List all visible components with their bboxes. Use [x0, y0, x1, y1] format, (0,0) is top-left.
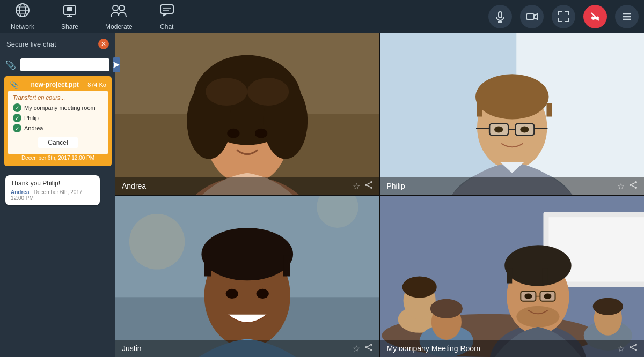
svg-point-32	[206, 78, 247, 106]
svg-point-105	[635, 349, 637, 351]
svg-point-99	[430, 299, 462, 318]
end-call-button[interactable]	[583, 5, 607, 28]
svg-point-36	[370, 181, 372, 183]
toolbar-item-chat[interactable]: Chat	[154, 3, 180, 31]
svg-point-103	[635, 344, 637, 346]
transfer-recipient-philip: Philip	[24, 115, 39, 121]
transfer-item-andrea: ✓ Andrea	[13, 124, 103, 132]
svg-line-77	[367, 348, 370, 349]
star-button-andrea[interactable]: ☆	[353, 181, 360, 191]
video-grid: Andrea ☆	[115, 33, 644, 357]
toolbar-share-label: Share	[61, 23, 78, 31]
moderate-icon	[110, 3, 127, 21]
video-actions-meeting-room: ☆	[617, 343, 638, 354]
video-actions-justin: ☆	[353, 343, 373, 354]
main-content: Secure live chat ✕ 📎 📎 new-project.ppt 8…	[0, 33, 644, 357]
toolbar-item-network[interactable]: Network	[5, 3, 40, 31]
toolbar-item-moderate[interactable]: Moderate	[100, 3, 138, 31]
svg-point-104	[630, 346, 632, 348]
svg-rect-6	[67, 7, 72, 11]
svg-line-59	[632, 183, 635, 184]
svg-point-9	[113, 5, 118, 11]
share-button-justin[interactable]	[364, 343, 373, 354]
svg-rect-14	[499, 12, 502, 18]
svg-point-33	[247, 78, 289, 106]
svg-rect-17	[526, 14, 534, 19]
chat-send-button[interactable]	[113, 57, 120, 72]
menu-button[interactable]	[615, 5, 639, 28]
svg-point-54	[494, 127, 503, 133]
file-size: 874 Ko	[87, 81, 106, 88]
star-button-philip[interactable]: ☆	[617, 181, 625, 191]
svg-point-96	[544, 294, 551, 299]
svg-rect-70	[283, 256, 290, 277]
svg-point-58	[635, 187, 637, 189]
toolbar-right	[488, 5, 639, 28]
svg-point-10	[119, 5, 125, 11]
file-info: 📎 new-project.ppt 874 Ko	[4, 76, 112, 91]
message-author-1: Andrea	[11, 189, 29, 195]
mic-button[interactable]	[488, 5, 512, 28]
svg-rect-11	[160, 5, 173, 13]
transfer-recipient-room: My company meeting room	[24, 105, 96, 111]
share-button-philip[interactable]	[629, 181, 638, 191]
video-name-justin: Justin	[122, 344, 142, 353]
star-button-justin[interactable]: ☆	[353, 343, 360, 354]
share-button-andrea[interactable]	[364, 181, 373, 191]
transfer-section: Transfert en cours... ✓ My company meeti…	[8, 91, 108, 154]
video-label-andrea: Andrea ☆	[115, 177, 379, 195]
attach-button[interactable]: 📎	[4, 59, 17, 71]
svg-line-40	[367, 185, 370, 187]
chat-close-button[interactable]: ✕	[98, 39, 109, 49]
svg-line-76	[367, 345, 370, 347]
fullscreen-button[interactable]	[552, 5, 575, 28]
svg-point-35	[255, 129, 267, 138]
video-name-andrea: Andrea	[122, 182, 146, 190]
svg-rect-69	[204, 256, 211, 277]
camera-button[interactable]	[520, 5, 544, 28]
svg-rect-47	[477, 103, 482, 116]
svg-rect-90	[507, 268, 512, 283]
transfer-item-philip: ✓ Philip	[13, 114, 103, 122]
svg-point-74	[365, 346, 367, 348]
transfer-label: Transfert en cours...	[13, 94, 103, 101]
svg-rect-91	[542, 268, 547, 283]
toolbar-left: Network Share	[5, 3, 180, 31]
file-name: new-project.ppt	[31, 81, 78, 88]
toolbar-moderate-label: Moderate	[105, 23, 133, 31]
toolbar-item-share[interactable]: Share	[56, 3, 84, 31]
video-label-philip: Philip ☆	[380, 177, 645, 195]
star-button-meeting-room[interactable]: ☆	[617, 343, 625, 354]
svg-point-102	[592, 298, 623, 315]
share-button-meeting-room[interactable]	[629, 343, 638, 354]
svg-point-68	[201, 228, 293, 280]
svg-point-56	[635, 181, 637, 183]
file-attach-icon: 📎	[10, 80, 19, 89]
svg-point-38	[370, 187, 372, 189]
svg-point-75	[370, 349, 372, 351]
svg-point-89	[504, 245, 571, 286]
svg-line-107	[632, 348, 635, 349]
svg-point-73	[370, 344, 372, 346]
video-cell-meeting-room: My company Meeting Room ☆	[380, 196, 645, 357]
toolbar-chat-label: Chat	[160, 23, 173, 31]
video-name-philip: Philip	[387, 182, 405, 190]
svg-rect-48	[546, 103, 552, 116]
chat-icon	[159, 3, 174, 21]
svg-point-88	[516, 306, 559, 328]
transfer-cancel-button[interactable]: Cancel	[38, 137, 77, 148]
video-cell-andrea: Andrea ☆	[115, 33, 379, 195]
chat-input[interactable]	[20, 58, 109, 71]
svg-point-63	[129, 214, 185, 269]
chat-header-title: Secure live chat	[6, 40, 56, 48]
video-cell-philip: Philip ☆	[380, 33, 645, 195]
share-icon	[62, 3, 77, 21]
svg-point-72	[257, 289, 269, 299]
video-actions-andrea: ☆	[353, 181, 373, 191]
svg-line-39	[367, 183, 370, 184]
transfer-date: December 6th, 2017 12:00 PM	[4, 154, 112, 162]
svg-marker-18	[534, 14, 537, 19]
svg-line-106	[632, 345, 635, 347]
video-label-justin: Justin ☆	[115, 340, 379, 357]
svg-line-60	[632, 185, 635, 187]
